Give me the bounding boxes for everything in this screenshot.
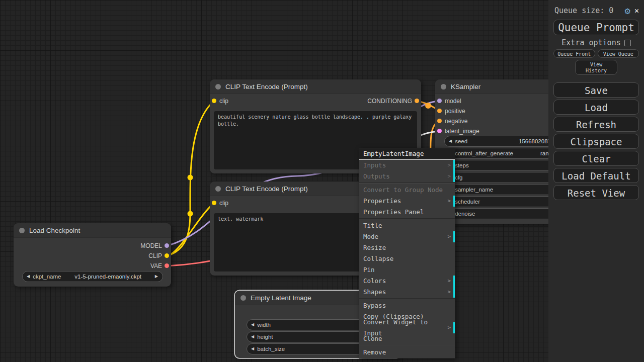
prev-value-icon[interactable]: ◀ (247, 332, 254, 342)
widget-label: seed (455, 138, 467, 144)
menu-item-inputs[interactable]: Inputs > (359, 160, 455, 171)
input-label-clip: clip (219, 98, 228, 105)
node-context-menu: EmptyLatentImage Inputs > Outputs > Conv… (359, 148, 455, 358)
collapse-dot-icon[interactable] (240, 295, 246, 301)
widget-label: denoise (455, 211, 475, 217)
collapse-dot-icon[interactable] (215, 84, 221, 89)
node-title-bar[interactable]: CLIP Text Encode (Prompt) (210, 79, 421, 94)
submenu-arrow-icon: > (447, 322, 453, 333)
next-value-icon[interactable]: ▶ (155, 272, 163, 282)
clipspace-button[interactable]: Clipspace (553, 134, 639, 149)
queue-size-label: Queue size: 0 (554, 6, 621, 15)
link-dot-conditioning (425, 103, 431, 109)
collapse-dot-icon[interactable] (215, 186, 221, 192)
widget-label: ckpt_name (33, 274, 61, 280)
prev-value-icon[interactable]: ◀ (23, 272, 30, 282)
submenu-arrow-icon: > (447, 231, 453, 242)
menu-item-convert-to-group-node[interactable]: Convert to Group Node (359, 185, 455, 196)
submenu-arrow-icon: > (447, 171, 453, 182)
prev-value-icon[interactable]: ◀ (247, 344, 254, 354)
input-port-model[interactable] (437, 99, 442, 103)
context-menu-title: EmptyLatentImage (359, 148, 455, 160)
collapse-dot-icon[interactable] (19, 228, 25, 233)
menu-separator (359, 183, 455, 184)
reset-view-button[interactable]: Reset View (553, 185, 639, 200)
menu-item-colors[interactable]: Colors > (359, 276, 455, 287)
menu-item-shapes[interactable]: Shapes > (359, 287, 455, 298)
input-port-clip[interactable] (212, 201, 216, 205)
node-graph-canvas[interactable]: Load Checkpoint MODEL CLIP VAE ◀ ckpt_na… (0, 0, 644, 362)
prev-value-icon[interactable]: ◀ (247, 320, 254, 330)
input-port-positive[interactable] (437, 109, 442, 113)
output-label-vae: VAE (150, 262, 162, 269)
node-title: KSampler (451, 83, 480, 90)
widget-label: batch_size (257, 346, 285, 352)
output-label-conditioning: CONDITIONING (367, 98, 412, 105)
output-port-clip[interactable] (165, 253, 169, 258)
menu-item-mode[interactable]: Mode > (359, 231, 455, 242)
node-title-bar[interactable]: Load Checkpoint (14, 223, 171, 238)
menu-separator (359, 298, 455, 299)
output-port-conditioning[interactable] (415, 99, 419, 103)
load-button[interactable]: Load (553, 100, 639, 115)
menu-item-convert-widget-to-input[interactable]: Convert Widget to Input > (359, 322, 455, 333)
widget-label: width (257, 322, 271, 328)
collapse-dot-icon[interactable] (441, 84, 446, 89)
extra-options-checkbox[interactable] (624, 40, 631, 46)
widget-label: control_after_generate (455, 150, 513, 156)
view-history-button[interactable]: View History (575, 60, 617, 75)
menu-item-clone[interactable]: Clone (359, 333, 455, 344)
submenu-arrow-icon: > (447, 287, 453, 298)
load-default-button[interactable]: Load Default (553, 168, 639, 183)
node-title: CLIP Text Encode (Prompt) (225, 83, 308, 90)
input-label-positive: positive (445, 108, 465, 115)
wire-clip-to-negative-encoder (167, 204, 213, 256)
clear-button[interactable]: Clear (553, 151, 639, 166)
menu-item-pin[interactable]: Pin (359, 264, 455, 276)
input-port-negative[interactable] (437, 119, 442, 123)
output-label-clip: CLIP (148, 252, 162, 259)
input-label-latent-image: latent_image (445, 128, 479, 135)
menu-separator (359, 345, 455, 346)
widget-label: scheduler (455, 199, 480, 205)
close-icon[interactable]: ✕ (634, 6, 639, 15)
input-port-clip[interactable] (212, 99, 216, 103)
menu-item-outputs[interactable]: Outputs > (359, 171, 455, 182)
view-queue-button[interactable]: View Queue (598, 49, 639, 58)
save-button[interactable]: Save (553, 82, 639, 98)
link-dot-clip-1 (188, 175, 193, 180)
widget-ckpt-name[interactable]: ◀ ckpt_name v1-5-pruned-emaonly.ckpt ▶ (22, 271, 163, 282)
menu-item-collapse[interactable]: Collapse (359, 253, 455, 264)
widget-value: v1-5-pruned-emaonly.ckpt (61, 274, 154, 280)
comfy-menu-panel: Queue size: 0 ⚙ ✕ Queue Prompt Extra opt… (548, 0, 644, 362)
menu-item-properties-panel[interactable]: Properties Panel (359, 207, 455, 218)
submenu-arrow-icon: > (447, 276, 453, 287)
settings-gear-icon[interactable]: ⚙ (625, 6, 630, 16)
prev-value-icon[interactable]: ◀ (445, 136, 452, 146)
input-port-latent-image[interactable] (437, 129, 442, 133)
widget-value: ran (540, 148, 549, 158)
menu-item-remove[interactable]: Remove (359, 347, 455, 358)
widget-label: cfg (455, 174, 462, 180)
node-title: Load Checkpoint (29, 227, 80, 234)
menu-item-bypass[interactable]: Bypass (359, 300, 455, 311)
node-load-checkpoint[interactable]: Load Checkpoint MODEL CLIP VAE ◀ ckpt_na… (14, 223, 171, 287)
output-port-vae[interactable] (165, 263, 169, 268)
input-label-negative: negative (445, 118, 467, 125)
queue-front-button[interactable]: Queue Front (553, 49, 595, 58)
refresh-button[interactable]: Refresh (553, 117, 639, 132)
link-dot-clip-2 (188, 211, 193, 217)
menu-separator (359, 218, 455, 219)
menu-item-properties[interactable]: Properties > (359, 196, 455, 207)
menu-item-resize[interactable]: Resize (359, 242, 455, 253)
menu-item-title[interactable]: Title (359, 220, 455, 231)
queue-prompt-button[interactable]: Queue Prompt (553, 20, 639, 35)
node-title: CLIP Text Encode (Prompt) (225, 185, 308, 193)
submenu-arrow-icon: > (447, 160, 453, 171)
widget-value: 1566802087 (519, 136, 551, 146)
submenu-arrow-icon: > (447, 196, 453, 207)
comfyui-app: Load Checkpoint MODEL CLIP VAE ◀ ckpt_na… (0, 0, 644, 362)
node-title: Empty Latent Image (251, 294, 311, 302)
input-label-clip: clip (219, 200, 228, 207)
output-port-model[interactable] (165, 243, 169, 248)
